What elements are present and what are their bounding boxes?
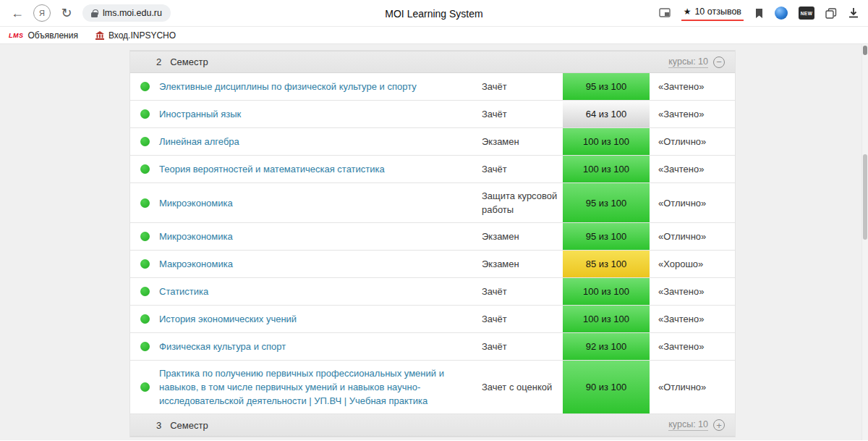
course-name-cell: Микроэкономика (159, 183, 482, 222)
bookmarks-bar: LMS Объявления Вход.INPSYCHO (0, 27, 868, 44)
courses-count-link[interactable]: курсы: 10 (668, 419, 708, 431)
course-link[interactable]: Теория вероятностей и математическая ста… (159, 162, 385, 176)
score-cell: 100 из 100 (563, 128, 650, 155)
institute-icon (95, 31, 104, 40)
assessment-type: Зачёт (482, 333, 563, 360)
score-cell: 100 из 100 (563, 306, 650, 332)
course-link[interactable]: Статистика (159, 285, 208, 298)
downloads-icon[interactable] (848, 7, 859, 19)
lock-icon (91, 12, 98, 17)
bookmark-icon[interactable] (754, 8, 764, 19)
star-icon: ★ (684, 7, 692, 17)
course-name-cell: Физическая культура и спорт (159, 333, 482, 360)
status-dot-icon (140, 342, 150, 351)
status-cell (130, 128, 159, 155)
semester-label: Семестр (170, 56, 208, 67)
courses-count-link[interactable]: курсы: 10 (668, 56, 708, 68)
assessment-type: Зачёт (482, 156, 563, 182)
bookmark-item-inpsycho[interactable]: Вход.INPSYCHO (95, 30, 176, 41)
course-row: Статистика Зачёт 100 из 100 «Зачтено» (130, 278, 735, 306)
assessment-type: Экзамен (482, 251, 563, 277)
status-dot-icon (140, 232, 150, 241)
assessment-type: Экзамен (482, 223, 563, 250)
grade-text: «Зачтено» (650, 73, 735, 100)
lms-page: 2 Семестр курсы: 10 − Элективные дисципл… (0, 44, 868, 440)
refresh-icon[interactable]: ↻ (56, 5, 77, 21)
scrollbar-thumb[interactable] (863, 154, 867, 240)
course-link[interactable]: История экономических учений (159, 312, 297, 326)
score-cell: 100 из 100 (563, 278, 650, 305)
score-cell: 85 из 100 (563, 251, 650, 277)
yandex-browser-icon[interactable]: Я (33, 4, 51, 22)
score-text: 92 из 100 (586, 341, 627, 352)
grade-text: «Отлично» (650, 128, 735, 155)
status-cell (130, 156, 159, 182)
score-text: 100 из 100 (583, 314, 629, 324)
course-link[interactable]: Иностранный язык (159, 107, 241, 121)
course-row: Макроэкономика Экзамен 85 из 100 «Хорошо… (130, 251, 735, 278)
assessment-type: Зачет с оценкой (482, 361, 563, 413)
new-badge-icon[interactable]: NEW (799, 7, 814, 20)
status-dot-icon (140, 109, 150, 119)
score-cell: 95 из 100 (563, 183, 650, 222)
status-cell (130, 361, 159, 413)
expand-icon[interactable]: + (713, 419, 725, 431)
course-name-cell: История экономических учений (159, 306, 482, 332)
grade-text: «Зачтено» (650, 101, 735, 127)
course-link[interactable]: Физическая культура и спорт (159, 340, 286, 353)
course-row: Физическая культура и спорт Зачёт 92 из … (130, 333, 735, 361)
grade-text: «Отлично» (650, 183, 735, 222)
score-text: 95 из 100 (586, 81, 627, 92)
status-cell (130, 306, 159, 332)
score-text: 95 из 100 (586, 198, 627, 209)
course-row: Теория вероятностей и математическая ста… (130, 156, 735, 183)
reviews-button[interactable]: ★ 10 отзывов (681, 5, 744, 21)
course-rows: Элективные дисциплины по физической куль… (130, 73, 735, 414)
semester-label: Семестр (170, 420, 208, 431)
score-text: 85 из 100 (586, 259, 627, 269)
score-text: 100 из 100 (583, 136, 629, 147)
course-link[interactable]: Линейная алгебра (159, 135, 239, 148)
assessment-type: Зачёт (482, 278, 563, 305)
scrollbar-top-mark[interactable] (863, 46, 867, 55)
grade-text: «Хорошо» (650, 251, 735, 277)
address-bar[interactable]: lms.moi.edu.ru (82, 4, 171, 22)
collapse-icon[interactable]: − (713, 56, 725, 68)
score-cell: 95 из 100 (563, 223, 650, 250)
score-text: 100 из 100 (583, 286, 629, 297)
scrollbar-track[interactable] (861, 44, 868, 440)
status-dot-icon (140, 137, 150, 146)
course-link[interactable]: Элективные дисциплины по физической куль… (159, 80, 417, 93)
status-dot-icon (140, 314, 150, 324)
assessment-type: Зачёт (482, 306, 563, 332)
course-link[interactable]: Микроэкономика (159, 196, 233, 210)
status-dot-icon (140, 198, 150, 208)
grade-text: «Зачтено» (650, 156, 735, 182)
grade-text: «Зачтено» (650, 333, 735, 360)
course-row: Микроэкономика Экзамен 95 из 100 «Отличн… (130, 223, 735, 251)
back-icon[interactable]: ← (7, 6, 27, 21)
course-link[interactable]: Микроэкономика (159, 230, 233, 243)
semester-header: 2 Семестр курсы: 10 − (130, 51, 735, 73)
url-text: lms.moi.edu.ru (103, 8, 162, 18)
toolbar-right-cluster: ★ 10 отзывов NEW (659, 0, 868, 26)
course-name-cell: Практика по получению первичных професси… (159, 361, 482, 413)
assessment-type: Зачёт (482, 101, 563, 127)
status-cell (130, 251, 159, 277)
status-dot-icon (140, 287, 150, 296)
semester-footer: 3 Семестр курсы: 10 + (130, 414, 735, 437)
score-cell: 64 из 100 (563, 101, 650, 127)
bookmark-item-announcements[interactable]: LMS Объявления (9, 30, 78, 41)
course-link[interactable]: Макроэкономика (159, 257, 233, 271)
course-row: Элективные дисциплины по физической куль… (130, 73, 735, 101)
tab-preview-icon[interactable] (659, 8, 671, 18)
assessment-type: Экзамен (482, 128, 563, 155)
course-name-cell: Микроэкономика (159, 223, 482, 250)
copy-icon[interactable] (825, 8, 837, 19)
assessment-type: Защита курсовой работы (482, 183, 563, 222)
course-name-cell: Элективные дисциплины по физической куль… (159, 73, 482, 100)
status-cell (130, 278, 159, 305)
score-cell: 95 из 100 (563, 73, 650, 100)
globe-icon[interactable] (775, 7, 788, 20)
course-link[interactable]: Практика по получению первичных професси… (159, 366, 470, 408)
